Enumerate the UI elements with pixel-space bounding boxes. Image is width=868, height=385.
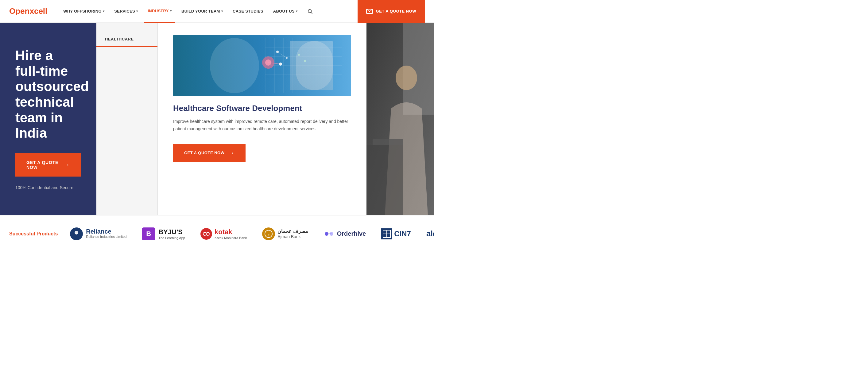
dropdown-content: Healthcare Software Development Improve … [158, 23, 367, 215]
logo[interactable]: Openxcell [9, 6, 47, 16]
svg-point-15 [210, 38, 259, 93]
card-title: Healthcare Software Development [173, 104, 351, 113]
arrow-icon: → [64, 161, 70, 168]
nav-build-your-team[interactable]: BUILD YOUR TEAM ▾ [178, 0, 226, 23]
reliance-icon [70, 228, 83, 240]
chevron-down-icon: ▾ [296, 9, 298, 13]
chevron-down-icon: ▾ [103, 9, 104, 13]
svg-point-0 [308, 9, 312, 13]
alorica-logo[interactable]: alorica [426, 229, 434, 239]
header-cta-button[interactable]: GET A QUOTE NOW [358, 0, 425, 23]
svg-rect-28 [367, 145, 403, 215]
reliance-logo[interactable]: Reliance Reliance Industries Limited [70, 228, 126, 240]
svg-text:م: م [268, 233, 270, 236]
arrow-icon: → [228, 149, 235, 156]
search-button[interactable] [304, 0, 316, 23]
svg-point-20 [298, 54, 300, 56]
dropdown-cta-button[interactable]: GET A QUOTE NOW → [173, 144, 246, 162]
nav-case-studies[interactable]: CASE STUDIES [229, 0, 267, 23]
svg-point-21 [304, 60, 306, 62]
industry-dropdown: HEALTHCARE [96, 23, 434, 215]
svg-rect-29 [373, 139, 403, 145]
chevron-down-icon: ▾ [221, 9, 223, 13]
svg-line-1 [311, 12, 312, 13]
nav-services[interactable]: SERVICES ▾ [111, 0, 142, 23]
dropdown-healthcare-item[interactable]: HEALTHCARE [96, 32, 157, 47]
nav-industry[interactable]: INDUSTRY ▾ [144, 0, 175, 23]
hero-section: Hire a full-time outsourced technical te… [0, 23, 96, 215]
svg-rect-16 [296, 41, 333, 90]
nav-about-us[interactable]: ABOUT US ▾ [270, 0, 301, 23]
hero-title: Hire a full-time outsourced technical te… [16, 48, 81, 141]
client-logos: Reliance Reliance Industries Limited B B… [70, 228, 425, 240]
svg-point-32 [206, 232, 209, 236]
main-content: Hire a full-time outsourced technical te… [0, 23, 434, 215]
cin7-icon [381, 229, 392, 239]
ajman-icon: م [262, 228, 275, 240]
orderhive-icon [323, 229, 335, 239]
chevron-down-icon: ▾ [170, 9, 172, 12]
ajman-bank-logo[interactable]: م مصرف عجمان Ajman Bank [262, 228, 308, 240]
bottom-bar: Successful Products Reliance Reliance In… [0, 215, 434, 252]
email-icon [366, 9, 373, 14]
kotak-logo[interactable]: kotak Kotak Mahindra Bank [200, 228, 247, 240]
healthcare-image [173, 35, 351, 96]
byjus-logo[interactable]: B BYJU'S The Learning App [142, 228, 185, 240]
healthcare-card: Healthcare Software Development Improve … [173, 35, 351, 203]
chevron-down-icon: ▾ [136, 9, 138, 13]
background-person [367, 23, 434, 215]
dropdown-nav: HEALTHCARE [96, 23, 158, 215]
nav-why-offshoring[interactable]: WHY OFFSHORING ▾ [60, 0, 108, 23]
kotak-icon [200, 228, 212, 240]
orderhive-logo[interactable]: Orderhive [323, 229, 366, 239]
header: Openxcell WHY OFFSHORING ▾ SERVICES ▾ IN… [0, 0, 434, 23]
main-nav: WHY OFFSHORING ▾ SERVICES ▾ INDUSTRY ▾ B… [60, 0, 357, 23]
hero-cta-button[interactable]: GET A QUOTE NOW → [16, 153, 81, 177]
svg-point-31 [203, 232, 206, 236]
svg-rect-3 [173, 35, 351, 96]
card-description: Improve healthcare system with improved … [173, 118, 351, 133]
cin7-logo[interactable]: CIN7 [381, 229, 411, 239]
svg-point-27 [396, 66, 417, 90]
successful-products-label: Successful Products [9, 231, 58, 237]
hero-secure-text: 100% Confidential and Secure [16, 185, 81, 190]
byjus-icon: B [142, 228, 155, 240]
